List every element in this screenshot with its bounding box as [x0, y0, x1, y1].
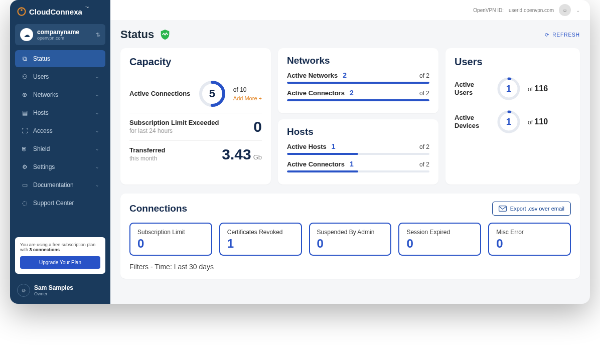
- capacity-title: Capacity: [129, 56, 262, 68]
- conn-box-certs-revoked[interactable]: Certificates Revoked1: [219, 223, 302, 256]
- sidebar-user[interactable]: ☺ Sam Samples Owner: [10, 279, 110, 304]
- active-users-label: Active Users: [455, 81, 490, 96]
- active-networks-bar: [287, 82, 429, 84]
- svg-point-0: [18, 8, 26, 16]
- export-label: Export .csv over email: [510, 206, 564, 212]
- user-name: Sam Samples: [34, 284, 73, 291]
- sub-limit-label: Subscription Limit Exceededfor last 24 h…: [129, 119, 246, 135]
- networks-title: Networks: [287, 55, 429, 66]
- active-devices-of: of 110: [528, 117, 548, 126]
- active-devices-ring: 1: [497, 110, 521, 134]
- logo-icon: [17, 7, 26, 16]
- active-connections-label: Active Connections: [129, 90, 191, 98]
- nav-documentation[interactable]: ▭Documentation⌄: [15, 176, 105, 194]
- user-avatar-icon: ☺: [17, 284, 30, 297]
- svg-rect-8: [499, 206, 506, 212]
- sub-limit-value: 0: [253, 118, 262, 135]
- chevron-down-icon[interactable]: ⌄: [576, 8, 580, 13]
- nav-label: Support Center: [33, 200, 74, 207]
- user-role: Owner: [34, 291, 73, 296]
- capacity-card: Capacity Active Connections 5 of 10 Add …: [120, 48, 271, 185]
- brand: CloudConnexa ™: [10, 0, 110, 21]
- nav-label: Users: [33, 73, 49, 80]
- refresh-icon: ⟳: [545, 32, 549, 38]
- transferred-value: 3.43Gb: [222, 146, 262, 163]
- host-connectors-of: of 2: [419, 161, 429, 168]
- active-connections-of: of 10: [233, 86, 247, 93]
- topbar-avatar[interactable]: ☺: [559, 4, 571, 16]
- nav-label: Status: [33, 55, 50, 62]
- upgrade-plan-button[interactable]: Upgrade Your Plan: [20, 256, 100, 269]
- nav-networks[interactable]: ⊕Networks⌄: [15, 86, 105, 103]
- chevron-down-icon: ⌄: [95, 92, 99, 97]
- host-connectors-label: Active Connectors: [287, 160, 345, 168]
- nav-label: Documentation: [33, 181, 74, 189]
- status-shield-icon: [160, 29, 170, 40]
- topbar: OpenVPN ID: userid.openvpn.com ☺ ⌄: [110, 0, 590, 20]
- chevron-down-icon: ⌄: [95, 146, 99, 151]
- promo-text: You are using a free subscription plan w…: [20, 242, 100, 252]
- chevron-updown-icon: ⇅: [96, 32, 100, 38]
- nav-support[interactable]: ◌Support Center: [15, 195, 105, 212]
- nav-shield[interactable]: ⛨Shield⌄: [15, 140, 105, 157]
- chevron-down-icon: ⌄: [95, 128, 99, 133]
- access-icon: ⛶: [21, 127, 28, 134]
- active-users-ring: 1: [497, 77, 521, 101]
- active-hosts-of: of 2: [419, 143, 429, 150]
- page-header: Status ⟳ REFRESH: [120, 28, 580, 41]
- company-sub: openvpn.com: [37, 36, 92, 41]
- users-card: Users Active Users 1 of 116 Active Devic…: [445, 48, 580, 185]
- active-hosts-label: Active Hosts: [287, 143, 327, 150]
- cloud-icon: ☁: [20, 28, 33, 41]
- server-icon: ▤: [21, 109, 28, 116]
- active-connections-value: 5: [198, 80, 226, 108]
- globe-icon: ⊕: [21, 91, 28, 98]
- nav-label: Settings: [33, 163, 55, 170]
- chevron-down-icon: ⌄: [95, 164, 99, 169]
- add-more-link[interactable]: Add More +: [233, 95, 262, 101]
- nav-settings[interactable]: ⚙Settings⌄: [15, 158, 105, 175]
- active-networks-value: 2: [343, 71, 347, 79]
- brand-name: CloudConnexa: [29, 8, 82, 16]
- refresh-button[interactable]: ⟳ REFRESH: [545, 32, 580, 38]
- host-connectors-bar: [287, 170, 429, 172]
- brand-tm: ™: [85, 6, 89, 10]
- nav-label: Hosts: [33, 109, 49, 116]
- conn-box-suspended[interactable]: Suspended By Admin0: [309, 223, 392, 256]
- connections-title: Connections: [129, 203, 187, 214]
- gear-icon: ⚙: [21, 163, 28, 170]
- users-icon: ⚇: [21, 73, 28, 80]
- hosts-card: Hosts Active Hosts1of 2 Active Connector…: [278, 119, 438, 185]
- active-users-of: of 116: [528, 84, 548, 93]
- host-connectors-value: 1: [350, 160, 354, 168]
- conn-box-misc-error[interactable]: Misc Error0: [488, 223, 571, 256]
- doc-icon: ▭: [21, 181, 28, 189]
- conn-box-subscription-limit[interactable]: Subscription Limit0: [129, 223, 212, 256]
- sidebar: CloudConnexa ™ ☁ companyname openvpn.com…: [10, 0, 110, 304]
- active-connections-ring: 5: [198, 80, 226, 108]
- active-users-value: 1: [497, 77, 521, 101]
- mail-icon: [499, 206, 507, 212]
- svg-point-1: [21, 9, 23, 11]
- conn-box-session-expired[interactable]: Session Expired0: [398, 223, 481, 256]
- nav-users[interactable]: ⚇Users⌄: [15, 68, 105, 85]
- active-devices-label: Active Devices: [455, 114, 490, 129]
- transferred-label: Transferredthis month: [129, 146, 215, 163]
- shield-icon: ⛨: [21, 145, 28, 152]
- nav-access[interactable]: ⛶Access⌄: [15, 122, 105, 139]
- chevron-down-icon: ⌄: [95, 183, 99, 188]
- hosts-title: Hosts: [287, 126, 429, 137]
- active-hosts-value: 1: [332, 142, 336, 150]
- main: OpenVPN ID: userid.openvpn.com ☺ ⌄ Statu…: [110, 0, 590, 304]
- refresh-label: REFRESH: [552, 32, 580, 38]
- page-title: Status: [120, 28, 154, 41]
- chart-icon: ⧉: [21, 55, 28, 62]
- active-devices-value: 1: [497, 110, 521, 134]
- export-csv-button[interactable]: Export .csv over email: [492, 202, 571, 216]
- users-title: Users: [455, 56, 571, 68]
- company-selector[interactable]: ☁ companyname openvpn.com ⇅: [15, 24, 105, 45]
- nav-label: Networks: [33, 91, 58, 98]
- nav-hosts[interactable]: ▤Hosts⌄: [15, 104, 105, 121]
- active-networks-of: of 2: [419, 72, 429, 79]
- nav-status[interactable]: ⧉Status: [15, 50, 105, 67]
